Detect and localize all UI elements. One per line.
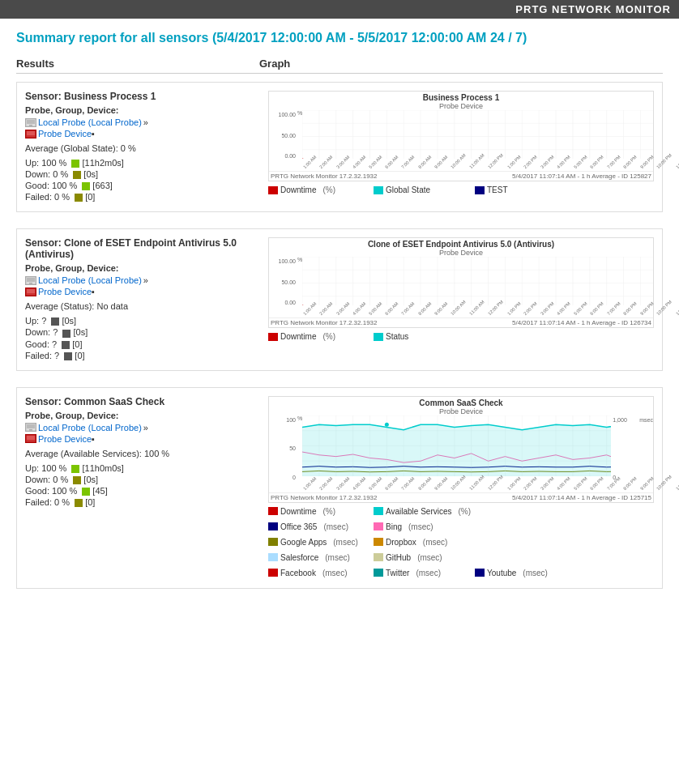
probe-arrow: » bbox=[143, 275, 148, 285]
stat-bar bbox=[62, 341, 70, 349]
legend-item: Dropbox (msec) bbox=[374, 538, 471, 547]
legend-label: Dropbox bbox=[386, 538, 416, 547]
x-label: 10:00 PM bbox=[656, 300, 673, 317]
legend-label: Facebook bbox=[280, 569, 316, 577]
y-mid: 50.00 bbox=[281, 133, 296, 138]
device-link[interactable]: Probe Device bbox=[38, 287, 92, 296]
chart-footer-left: PRTG Network Monitor 17.2.32.1932 bbox=[271, 173, 377, 180]
sensor-name-label: Sensor: Business Process 1 bbox=[25, 91, 260, 102]
chart-footer: PRTG Network Monitor 17.2.32.1932 5/4/20… bbox=[269, 317, 653, 327]
stat-value: 100 % bbox=[52, 486, 77, 496]
sensor-name-label: Sensor: Clone of ESET Endpoint Antivirus… bbox=[25, 237, 260, 260]
probe-link[interactable]: Local Probe (Local Probe) bbox=[38, 423, 142, 432]
chart-container: Clone of ESET Endpoint Antivirus 5.0 (An… bbox=[268, 237, 654, 328]
stat-bar bbox=[71, 160, 79, 168]
stat-value: 0 % bbox=[53, 475, 68, 484]
stat-line: Good: 100 % [663] bbox=[25, 181, 260, 190]
chart-body: 100.00 50.00 0.00 % 1:00 AM2:00 AM3:00 A… bbox=[269, 257, 653, 317]
legend-color bbox=[268, 553, 278, 561]
stat-bracket: [11h2m0s] bbox=[83, 158, 124, 168]
chart-container: Common SaaS Check Probe Device 100 50 0 … bbox=[268, 396, 654, 503]
stat-label: Good: bbox=[25, 339, 49, 349]
stat-bar bbox=[62, 330, 70, 338]
stat-bar bbox=[75, 194, 83, 202]
col-results-header: Results bbox=[16, 58, 259, 70]
device-link[interactable]: Probe Device bbox=[38, 129, 92, 138]
chart-container: Business Process 1 Probe Device 100.00 5… bbox=[268, 91, 654, 181]
stat-bracket: [0s] bbox=[62, 316, 76, 326]
legend-color bbox=[268, 538, 278, 546]
stat-value: ? bbox=[41, 316, 46, 326]
sensors-container: Sensor: Business Process 1 Probe, Group,… bbox=[16, 82, 663, 589]
stat-value: ? bbox=[53, 327, 58, 337]
average-value: 100 % bbox=[144, 449, 169, 458]
legend-unit: (%) bbox=[322, 507, 335, 516]
legend-label: Twitter bbox=[386, 569, 409, 577]
legend-item: Downtime (%) bbox=[268, 507, 365, 516]
stat-line: Good: 100 % [45] bbox=[25, 486, 260, 496]
probe-link[interactable]: Local Probe (Local Probe) bbox=[38, 275, 142, 285]
stat-bracket: [45] bbox=[92, 486, 107, 496]
col-graph-header: Graph bbox=[259, 58, 663, 70]
legend-color bbox=[374, 538, 383, 546]
svg-rect-74 bbox=[29, 429, 32, 431]
sensor-left: Sensor: Business Process 1 Probe, Group,… bbox=[25, 91, 268, 203]
y-max: 100 bbox=[286, 417, 296, 423]
chart-footer: PRTG Network Monitor 17.2.32.1932 5/4/20… bbox=[269, 171, 653, 181]
stat-label: Failed: bbox=[25, 351, 52, 360]
legend-color bbox=[374, 186, 383, 194]
chart-plot: 1:00 AM2:00 AM3:00 AM4:00 AM5:00 AM6:00 … bbox=[302, 257, 653, 317]
probe-group-label: Probe, Group, Device: bbox=[25, 411, 260, 420]
chart-plot-area bbox=[302, 257, 653, 305]
legend-item: Office 365 (msec) bbox=[268, 522, 365, 531]
stat-label: Down: bbox=[25, 475, 50, 484]
x-axis: 1:00 AM2:00 AM3:00 AM4:00 AM5:00 AM6:00 … bbox=[302, 159, 653, 171]
stat-bar bbox=[73, 171, 81, 179]
average-label: Average (Available Services): bbox=[25, 449, 142, 458]
x-label: 11:00 PM bbox=[675, 300, 679, 317]
stat-label: Up: bbox=[25, 463, 39, 473]
legend-color bbox=[268, 186, 278, 194]
y-axis: 100 50 0 bbox=[269, 415, 297, 492]
legend-item: TEST bbox=[475, 185, 572, 194]
probe-arrow: » bbox=[143, 423, 148, 432]
svg-rect-4 bbox=[27, 131, 35, 135]
probe-arrow: » bbox=[143, 117, 148, 127]
legend-color bbox=[374, 522, 383, 530]
stat-value: 100 % bbox=[41, 158, 66, 168]
legend-color bbox=[475, 186, 485, 194]
probe-item: Local Probe (Local Probe) » bbox=[25, 117, 260, 127]
average-line: Average (Available Services): 100 % bbox=[25, 449, 260, 458]
legend-color bbox=[268, 507, 278, 515]
stat-label: Up: bbox=[25, 316, 39, 326]
device-link[interactable]: Probe Device bbox=[38, 434, 92, 444]
average-value: No data bbox=[96, 301, 128, 311]
stat-bracket: [0s] bbox=[74, 327, 88, 337]
stat-label: Down: bbox=[25, 327, 50, 337]
stat-value: 100 % bbox=[41, 463, 66, 473]
stat-bracket: [0] bbox=[85, 497, 95, 507]
stat-bracket: [0s] bbox=[83, 169, 98, 179]
y-min: 0 bbox=[293, 475, 296, 480]
chart-subtitle: Probe Device bbox=[269, 249, 653, 257]
chart-body: 100 50 0 % 1:00 AM2:00 AM3:00 AM4:00 AM5… bbox=[269, 415, 653, 492]
sensor-right: Business Process 1 Probe Device 100.00 5… bbox=[268, 91, 654, 203]
legend-area: Downtime (%) Status bbox=[268, 332, 654, 343]
probe-link[interactable]: Local Probe (Local Probe) bbox=[38, 117, 142, 127]
sensor-right: Clone of ESET Endpoint Antivirus 5.0 (An… bbox=[268, 237, 654, 361]
stat-line: Good: ? [0] bbox=[25, 339, 260, 349]
legend-label: Global State bbox=[386, 185, 430, 194]
chart-plot: 1:00 AM2:00 AM3:00 AM4:00 AM5:00 AM6:00 … bbox=[302, 415, 611, 492]
legend-label: Google Apps bbox=[280, 538, 327, 547]
legend-item: Available Services (%) bbox=[374, 507, 471, 516]
device-dash: ▪ bbox=[92, 287, 95, 296]
stat-bracket: [0] bbox=[85, 192, 95, 202]
chart-footer-left: PRTG Network Monitor 17.2.32.1932 bbox=[271, 319, 377, 326]
x-axis: 1:00 AM2:00 AM3:00 AM4:00 AM5:00 AM6:00 … bbox=[302, 305, 653, 317]
stat-bracket: [0] bbox=[75, 351, 84, 360]
svg-rect-40 bbox=[27, 289, 35, 293]
legend-unit: (msec) bbox=[417, 553, 442, 562]
legend-unit: (%) bbox=[322, 332, 335, 341]
stat-label: Down: bbox=[25, 169, 50, 179]
y-min: 0.00 bbox=[284, 300, 296, 305]
